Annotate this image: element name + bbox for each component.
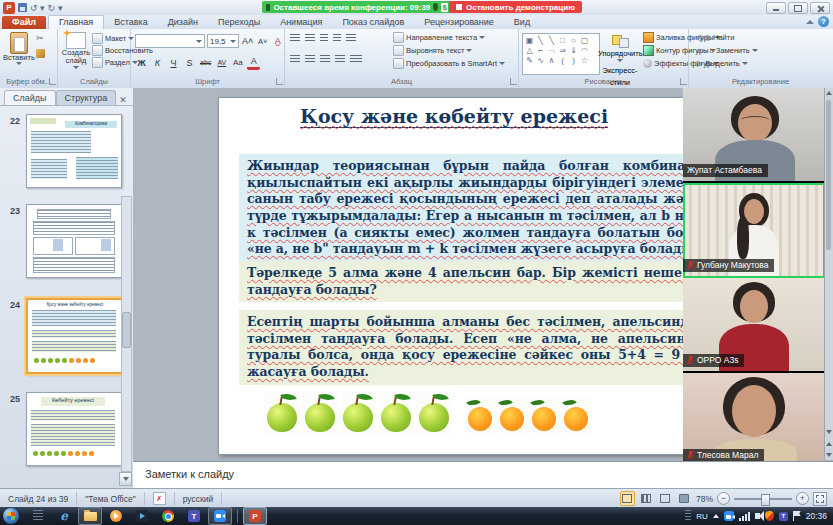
close-button[interactable]: [810, 2, 830, 14]
character-spacing-button[interactable]: AV: [215, 57, 228, 69]
volume-icon[interactable]: [755, 513, 760, 519]
video-panel-scrollbar[interactable]: [824, 88, 833, 460]
cut-icon[interactable]: ✂: [36, 33, 45, 43]
line-spacing-icon[interactable]: [346, 34, 356, 42]
paste-button[interactable]: Вставить: [3, 32, 35, 65]
new-slide-button[interactable]: Создать слайд: [60, 32, 92, 69]
clear-formatting-icon[interactable]: A̺: [271, 35, 284, 47]
file-explorer-icon[interactable]: [78, 507, 102, 525]
participant-video-1[interactable]: Жупат Астамбаева: [683, 88, 825, 183]
security-shield-icon[interactable]: [433, 3, 438, 11]
slide-thumbnail-25[interactable]: Көбейту ережесі: [26, 392, 122, 466]
tab-transitions[interactable]: Переходы: [208, 16, 270, 29]
tab-insert[interactable]: Вставка: [104, 16, 157, 29]
start-button[interactable]: [3, 508, 19, 524]
shapes-gallery[interactable]: ▣╲╲□○▢ △⌐﹁⇒⇓◠ ✎∿∧()☆: [522, 33, 600, 75]
normal-view-button[interactable]: [620, 491, 635, 506]
internet-explorer-icon[interactable]: e: [52, 507, 76, 525]
zoom-percentage[interactable]: 78%: [696, 494, 713, 504]
teams-icon[interactable]: T: [182, 507, 206, 525]
increase-indent-icon[interactable]: [333, 34, 341, 42]
slide-thumbnail-23[interactable]: [26, 204, 122, 278]
replace-button[interactable]: a→bЗаменить: [697, 45, 758, 56]
tray-zoom-icon[interactable]: [724, 511, 734, 521]
participant-video-3[interactable]: ОРРО А3s: [683, 278, 825, 373]
font-name-combo[interactable]: [135, 34, 205, 48]
zoom-slider-thumb[interactable]: [761, 494, 770, 506]
show-hidden-icons-icon[interactable]: [713, 514, 719, 518]
powerpoint-taskbar-icon[interactable]: P: [243, 507, 267, 525]
grow-font-icon[interactable]: A˄: [241, 35, 254, 47]
tab-file[interactable]: Файл: [2, 16, 46, 29]
sidebar-scroll-down-icon[interactable]: [119, 472, 132, 486]
tray-teams-icon[interactable]: T: [779, 512, 788, 521]
qat-customize-icon[interactable]: ▾: [58, 3, 63, 13]
tray-language-indicator[interactable]: RU: [696, 512, 708, 521]
help-icon[interactable]: ?: [818, 16, 829, 27]
dialog-launcher-icon[interactable]: [49, 78, 56, 85]
font-size-combo[interactable]: 19,5: [207, 34, 239, 48]
align-right-icon[interactable]: [320, 55, 330, 63]
strikethrough-button[interactable]: abc: [199, 57, 212, 69]
dialog-launcher-icon[interactable]: [680, 78, 687, 85]
text-shadow-button[interactable]: S: [183, 57, 196, 69]
zoom-slider[interactable]: [734, 498, 792, 500]
participant-video-4[interactable]: Тлесова Марал: [683, 373, 825, 468]
dialog-launcher-icon[interactable]: [276, 78, 283, 85]
bold-button[interactable]: Ж: [135, 57, 148, 69]
redo-icon[interactable]: ↻: [48, 3, 56, 13]
tab-slides[interactable]: Слайды: [4, 90, 56, 105]
tab-design[interactable]: Дизайн: [158, 16, 208, 29]
zoom-app-icon[interactable]: [208, 507, 232, 525]
select-button[interactable]: ▷Выделить: [697, 58, 758, 69]
fit-to-window-icon[interactable]: [813, 492, 827, 506]
stop-sharing-button[interactable]: Остановить демонстрацию: [449, 1, 582, 13]
zoom-in-icon[interactable]: +: [796, 492, 809, 505]
notes-pane[interactable]: Заметки к слайду: [133, 461, 833, 489]
zoom-out-icon[interactable]: −: [717, 492, 730, 505]
tab-review[interactable]: Рецензирование: [414, 16, 504, 29]
bullets-icon[interactable]: [290, 34, 300, 42]
numbering-icon[interactable]: [305, 34, 315, 42]
chrome-icon[interactable]: [156, 507, 180, 525]
media-player-orange-icon[interactable]: [104, 507, 128, 525]
slide-thumbnail-24-selected[interactable]: Қосу және көбейту ережесі: [26, 298, 124, 374]
taskbar-list-icon[interactable]: [26, 507, 50, 525]
spellcheck-cell[interactable]: ✗: [145, 492, 175, 505]
columns-icon[interactable]: [350, 55, 362, 63]
slide-thumbnail-22[interactable]: Комбинаторика: [26, 114, 122, 188]
tab-view[interactable]: Вид: [504, 16, 540, 29]
panel-close-icon[interactable]: ✕: [116, 95, 130, 105]
align-center-icon[interactable]: [305, 55, 315, 63]
justify-icon[interactable]: [335, 55, 345, 63]
align-text-button[interactable]: Выровнять текст: [393, 45, 505, 56]
tab-outline[interactable]: Структура: [56, 90, 117, 105]
reading-view-button[interactable]: [658, 491, 673, 506]
dollar-icon[interactable]: $: [441, 3, 448, 12]
network-icon[interactable]: [739, 512, 750, 521]
undo-icon[interactable]: ↺ ▾: [30, 3, 45, 13]
save-icon[interactable]: [18, 3, 27, 12]
security-tray-icon[interactable]: [765, 511, 774, 521]
dialog-launcher-icon[interactable]: [510, 78, 517, 85]
participant-video-2-active-speaker[interactable]: Гулбану Макутова: [683, 183, 825, 278]
slide-sorter-view-button[interactable]: [639, 491, 654, 506]
tab-animations[interactable]: Анимация: [270, 16, 332, 29]
tab-slideshow[interactable]: Показ слайдов: [332, 16, 414, 29]
underline-button[interactable]: Ч: [167, 57, 180, 69]
media-player-dark-icon[interactable]: [130, 507, 154, 525]
convert-smartart-button[interactable]: Преобразовать в SmartArt: [393, 58, 505, 69]
decrease-indent-icon[interactable]: [320, 34, 328, 42]
text-direction-button[interactable]: Направление текста: [393, 32, 505, 43]
minimize-button[interactable]: [766, 2, 786, 14]
tab-home[interactable]: Главная: [48, 15, 104, 29]
sidebar-scrollbar[interactable]: [121, 196, 132, 472]
maximize-button[interactable]: [788, 2, 808, 14]
action-center-flag-icon[interactable]: [793, 511, 801, 521]
font-color-button[interactable]: A: [247, 55, 260, 70]
collapse-ribbon-icon[interactable]: [806, 20, 814, 24]
shrink-font-icon[interactable]: A˅: [256, 35, 269, 47]
language-indicator[interactable]: русский: [175, 492, 223, 505]
arrange-button[interactable]: Упорядочить: [598, 49, 643, 58]
change-case-button[interactable]: Aa: [231, 57, 244, 69]
